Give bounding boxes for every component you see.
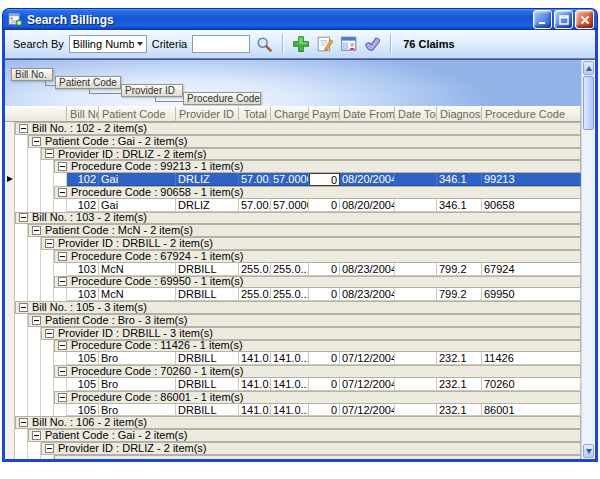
group-row-band[interactable] [54,455,581,459]
cell-payments[interactable]: 0 [309,199,340,212]
group-row-band[interactable]: Procedure Code : 11426 - 1 item(s) [54,340,581,353]
group-by-panel[interactable]: Bill No. Patient Code Provider ID Proced… [5,60,581,106]
cell-total[interactable]: 141.0... [239,378,271,391]
cell-patient-code[interactable]: Bro [99,404,176,417]
cell-charges[interactable]: 141.0... [271,378,309,391]
collapse-icon[interactable] [19,303,28,312]
cell-total[interactable]: 255.0... [239,263,271,276]
title-bar[interactable]: Search Billings [2,8,598,30]
collapse-icon[interactable] [45,149,54,158]
group-row-band[interactable]: Procedure Code : 90658 - 1 item(s) [54,186,581,199]
cell-date-to[interactable] [395,173,437,186]
group-row[interactable]: Provider ID : DRLIZ - 2 item(s) [5,148,581,161]
group-row[interactable]: Procedure Code : 70260 - 1 item(s) [5,365,581,378]
cell-bill-no[interactable]: 103 [67,288,99,301]
group-row[interactable]: Bill No. : 106 - 2 item(s) [5,416,581,429]
table-row[interactable]: 102GaiDRLIZ57.00...57.0000008/20/2004346… [5,173,581,186]
cell-date-to[interactable] [395,404,437,417]
table-row[interactable]: 103McNDRBILL255.0...255.0...008/23/20047… [5,288,581,301]
group-row-band[interactable]: Procedure Code : 70260 - 1 item(s) [54,365,581,378]
cell-charges[interactable]: 141.0... [271,352,309,365]
cell-date-from[interactable]: 08/20/2004 [340,199,395,212]
group-row-band[interactable]: Procedure Code : 86001 - 1 item(s) [54,391,581,404]
cell-date-to[interactable] [395,352,437,365]
cell-date-from[interactable]: 07/12/2004 [340,352,395,365]
group-row[interactable]: Bill No. : 103 - 2 item(s) [5,212,581,225]
group-row[interactable]: Patient Code : Gai - 2 item(s) [5,429,581,442]
cell-patient-code[interactable]: Bro [99,352,176,365]
cell-procedure-code[interactable]: 99213 [482,173,581,186]
cell-date-from[interactable]: 08/23/2004 [340,288,395,301]
cell-diagnosis-code[interactable]: 346.1 [437,173,482,186]
report-icon[interactable] [339,35,358,54]
group-row[interactable]: Procedure Code : 67924 - 1 item(s) [5,250,581,263]
cell-diagnosis-code[interactable]: 346.1 [437,199,482,212]
group-row-band[interactable]: Procedure Code : 69950 - 1 item(s) [54,276,581,289]
cell-payments[interactable]: 0 [309,173,340,186]
close-button[interactable] [575,10,594,29]
cell-date-to[interactable] [395,263,437,276]
cell-date-to[interactable] [395,378,437,391]
cell-provider-id[interactable]: DRBILL [176,288,239,301]
cell-total[interactable]: 57.00... [239,199,271,212]
table-row[interactable]: 102GaiDRLIZ57.00...57.0000008/20/2004346… [5,199,581,212]
group-row-band[interactable]: Bill No. : 102 - 2 item(s) [15,122,581,135]
cell-total[interactable]: 255.0... [239,288,271,301]
group-row[interactable]: Bill No. : 102 - 2 item(s) [5,122,581,135]
column-header-charges[interactable]: Charges [271,106,309,122]
group-row-band[interactable]: Procedure Code : 99213 - 1 item(s) [54,160,581,173]
cell-bill-no[interactable]: 102 [67,173,99,186]
group-row[interactable]: Provider ID : DRLIZ - 2 item(s) [5,442,581,455]
cell-patient-code[interactable]: Bro [99,378,176,391]
collapse-icon[interactable] [45,239,54,248]
group-row[interactable]: Provider ID : DRBILL - 2 item(s) [5,237,581,250]
collapse-icon[interactable] [58,188,67,197]
scroll-down-button[interactable] [583,444,594,458]
collapse-icon[interactable] [58,277,67,286]
group-row[interactable]: Patient Code : Gai - 2 item(s) [5,135,581,148]
cell-diagnosis-code[interactable]: 799.2 [437,263,482,276]
cell-procedure-code[interactable]: 90658 [482,199,581,212]
group-row-band[interactable]: Provider ID : DRBILL - 3 item(s) [41,327,581,340]
group-row-band[interactable]: Procedure Code : 67924 - 1 item(s) [54,250,581,263]
group-row-band[interactable]: Patient Code : Gai - 2 item(s) [28,135,581,148]
cell-diagnosis-code[interactable]: 232.1 [437,352,482,365]
search-icon[interactable] [255,35,274,54]
cell-bill-no[interactable]: 105 [67,352,99,365]
cell-charges[interactable]: 255.0... [271,288,309,301]
maximize-button[interactable] [554,10,573,29]
cell-procedure-code[interactable]: 86001 [482,404,581,417]
group-box-bill-no[interactable]: Bill No. [11,68,53,81]
table-row[interactable]: 103McNDRBILL255.0...255.0...008/23/20047… [5,263,581,276]
collapse-icon[interactable] [58,393,67,402]
search-by-dropdown[interactable]: Billing Number [69,35,147,53]
cell-total[interactable]: 141.0... [239,404,271,417]
add-icon[interactable] [291,35,310,54]
table-row[interactable]: 105BroDRBILL141.0...141.0...007/12/20042… [5,352,581,365]
cell-date-from[interactable]: 08/23/2004 [340,263,395,276]
cell-payments[interactable]: 0 [309,352,340,365]
group-box-patient-code[interactable]: Patient Code [55,76,121,89]
cell-patient-code[interactable]: McN [99,263,176,276]
group-box-procedure-code[interactable]: Procedure Code [183,92,261,105]
column-header-date-to[interactable]: Date To [395,106,437,122]
cell-diagnosis-code[interactable]: 232.1 [437,378,482,391]
minimize-button[interactable] [533,10,552,29]
cell-date-from[interactable]: 07/12/2004 [340,404,395,417]
table-row[interactable]: 105BroDRBILL141.0...141.0...007/12/20042… [5,404,581,417]
cell-date-from[interactable]: 08/20/2004 [340,173,395,186]
cell-total[interactable]: 141.0... [239,352,271,365]
collapse-icon[interactable] [32,226,41,235]
cell-bill-no[interactable]: 105 [67,404,99,417]
vertical-scrollbar[interactable] [581,60,595,459]
collapse-icon[interactable] [19,213,28,222]
group-row-band[interactable]: Bill No. : 106 - 2 item(s) [15,416,581,429]
group-row[interactable] [5,455,581,459]
cell-date-from[interactable]: 07/12/2004 [340,378,395,391]
cell-provider-id[interactable]: DRLIZ [176,199,239,212]
group-row-band[interactable]: Provider ID : DRLIZ - 2 item(s) [41,148,581,161]
cell-patient-code[interactable]: Gai [99,199,176,212]
cell-procedure-code[interactable]: 70260 [482,378,581,391]
column-header-bill-no[interactable]: Bill No. [67,106,99,122]
collapse-icon[interactable] [19,124,28,133]
